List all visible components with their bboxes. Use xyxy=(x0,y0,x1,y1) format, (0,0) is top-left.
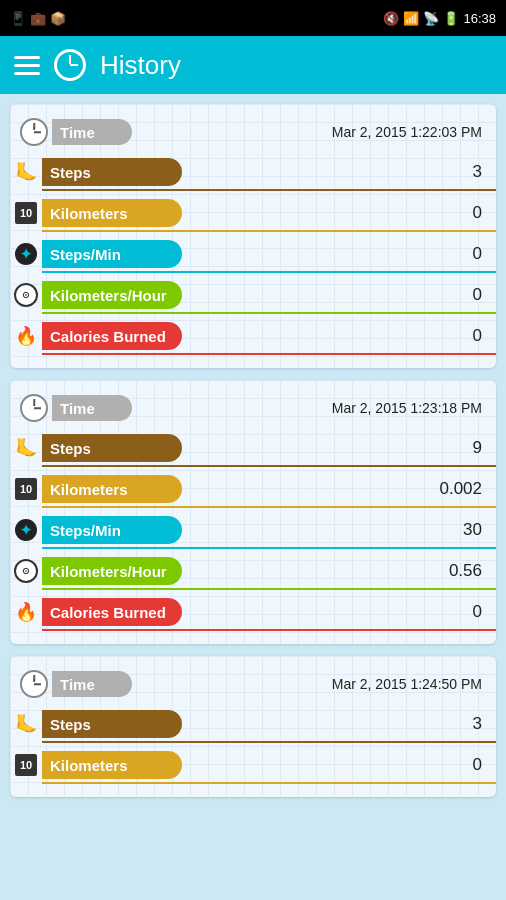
stepsmin-row-icon: ✦ xyxy=(10,235,42,273)
km-icon: 10 xyxy=(15,478,37,500)
data-row-steps-min-2: ✦ Steps/Min 30 xyxy=(10,511,496,549)
row-value: 3 xyxy=(182,714,482,734)
time-value: Mar 2, 2015 1:24:50 PM xyxy=(132,676,482,692)
status-right-icons: 🔇 📶 📡 🔋 16:38 xyxy=(383,11,496,26)
data-row-kilometers-hour-2: ⊙ Kilometers/Hour 0.56 xyxy=(10,552,496,590)
steps-row-icon: 🦶 xyxy=(10,153,42,191)
status-time: 16:38 xyxy=(463,11,496,26)
data-row-kilometers-3: 10 Kilometers 0 xyxy=(10,746,496,784)
time-row-1: Time Mar 2, 2015 1:22:03 PM xyxy=(10,114,496,150)
steps-row-icon: 🦶 xyxy=(10,705,42,743)
steps-icon: 🦶 xyxy=(15,437,37,459)
data-row-kilometers-1: 10 Kilometers 0 xyxy=(10,194,496,232)
time-row-2: Time Mar 2, 2015 1:23:18 PM xyxy=(10,390,496,426)
data-row-steps-2: 🦶 Steps 9 xyxy=(10,429,496,467)
data-row-steps-3: 🦶 Steps 3 xyxy=(10,705,496,743)
mute-icon: 🔇 xyxy=(383,11,399,26)
status-bar: 📱 💼 📦 🔇 📶 📡 🔋 16:38 xyxy=(0,0,506,36)
time-icon xyxy=(20,670,48,698)
top-bar: History xyxy=(0,36,506,94)
fire-icon: 🔥 xyxy=(15,601,37,623)
row-value: 0.002 xyxy=(182,479,482,499)
data-row-kilometers-hour-1: ⊙ Kilometers/Hour 0 xyxy=(10,276,496,314)
time-label: Time xyxy=(52,119,132,145)
label-bar: Kilometers xyxy=(42,199,182,227)
time-value: Mar 2, 2015 1:23:18 PM xyxy=(132,400,482,416)
main-content: Time Mar 2, 2015 1:22:03 PM 🦶 Steps 3 10… xyxy=(0,94,506,900)
card-1: Time Mar 2, 2015 1:22:03 PM 🦶 Steps 3 10… xyxy=(10,104,496,368)
label-bar: Calories Burned xyxy=(42,598,182,626)
time-icon xyxy=(20,394,48,422)
row-value: 3 xyxy=(182,162,482,182)
fire-row-icon: 🔥 xyxy=(10,317,42,355)
row-value: 0 xyxy=(182,285,482,305)
fire-row-icon: 🔥 xyxy=(10,593,42,631)
bag-icon: 💼 xyxy=(30,11,46,26)
km-row-icon: 10 xyxy=(10,746,42,784)
row-value: 0 xyxy=(182,203,482,223)
steps-icon: 🦶 xyxy=(15,713,37,735)
label-bar: Kilometers xyxy=(42,475,182,503)
kmh-row-icon: ⊙ xyxy=(10,552,42,590)
stepsmin-icon: ✦ xyxy=(15,243,37,265)
time-label: Time xyxy=(52,671,132,697)
kmh-icon: ⊙ xyxy=(14,559,38,583)
time-value: Mar 2, 2015 1:22:03 PM xyxy=(132,124,482,140)
signal-icon: 📡 xyxy=(423,11,439,26)
steps-row-icon: 🦶 xyxy=(10,429,42,467)
steps-icon: 🦶 xyxy=(15,161,37,183)
km-icon: 10 xyxy=(15,202,37,224)
label-bar: Steps/Min xyxy=(42,516,182,544)
fire-icon: 🔥 xyxy=(15,325,37,347)
data-row-calories-burned-1: 🔥 Calories Burned 0 xyxy=(10,317,496,355)
stepsmin-icon: ✦ xyxy=(15,519,37,541)
label-bar: Steps/Min xyxy=(42,240,182,268)
row-value: 0 xyxy=(182,244,482,264)
stepsmin-row-icon: ✦ xyxy=(10,511,42,549)
label-bar: Steps xyxy=(42,434,182,462)
km-icon: 10 xyxy=(15,754,37,776)
data-row-steps-1: 🦶 Steps 3 xyxy=(10,153,496,191)
kmh-row-icon: ⊙ xyxy=(10,276,42,314)
app-icon: 📦 xyxy=(50,11,66,26)
row-value: 0.56 xyxy=(182,561,482,581)
km-row-icon: 10 xyxy=(10,470,42,508)
label-bar: Kilometers/Hour xyxy=(42,281,182,309)
row-value: 30 xyxy=(182,520,482,540)
label-bar: Calories Burned xyxy=(42,322,182,350)
row-value: 9 xyxy=(182,438,482,458)
row-value: 0 xyxy=(182,602,482,622)
time-row-3: Time Mar 2, 2015 1:24:50 PM xyxy=(10,666,496,702)
label-bar: Kilometers xyxy=(42,751,182,779)
label-bar: Steps xyxy=(42,158,182,186)
km-row-icon: 10 xyxy=(10,194,42,232)
history-clock-icon xyxy=(54,49,86,81)
phone-icon: 📱 xyxy=(10,11,26,26)
row-value: 0 xyxy=(182,326,482,346)
page-title: History xyxy=(100,50,181,81)
hamburger-menu-button[interactable] xyxy=(14,56,40,75)
row-value: 0 xyxy=(182,755,482,775)
card-2: Time Mar 2, 2015 1:23:18 PM 🦶 Steps 9 10… xyxy=(10,380,496,644)
battery-icon: 🔋 xyxy=(443,11,459,26)
wifi-icon: 📶 xyxy=(403,11,419,26)
time-icon xyxy=(20,118,48,146)
card-3: Time Mar 2, 2015 1:24:50 PM 🦶 Steps 3 10… xyxy=(10,656,496,797)
data-row-calories-burned-2: 🔥 Calories Burned 0 xyxy=(10,593,496,631)
data-row-steps-min-1: ✦ Steps/Min 0 xyxy=(10,235,496,273)
kmh-icon: ⊙ xyxy=(14,283,38,307)
label-bar: Kilometers/Hour xyxy=(42,557,182,585)
data-row-kilometers-2: 10 Kilometers 0.002 xyxy=(10,470,496,508)
time-label: Time xyxy=(52,395,132,421)
status-left-icons: 📱 💼 📦 xyxy=(10,11,66,26)
label-bar: Steps xyxy=(42,710,182,738)
